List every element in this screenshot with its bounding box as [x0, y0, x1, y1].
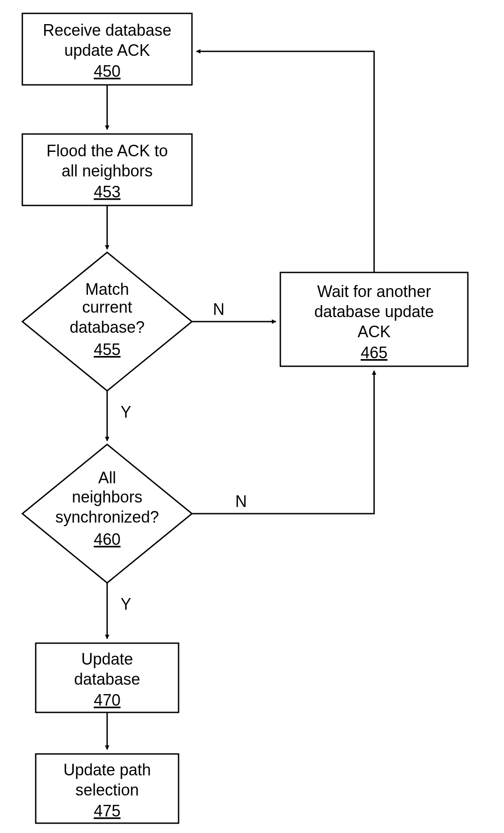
node-465-line3: ACK [358, 322, 391, 341]
node-465: Wait for another database update ACK 465 [280, 272, 468, 366]
label-455-yes: Y [121, 403, 131, 421]
node-450-line2: update ACK [64, 41, 150, 59]
label-460-yes: Y [121, 595, 131, 613]
node-470-num: 470 [94, 691, 121, 709]
node-475-line2: selection [75, 781, 139, 799]
node-455-line1: Match [85, 280, 129, 298]
flowchart: Receive database update ACK 450 Flood th… [0, 0, 504, 833]
node-475: Update path selection 475 [36, 754, 179, 823]
node-453-line2: all neighbors [62, 162, 153, 180]
node-465-num: 465 [361, 343, 387, 362]
node-455: Match current database? 455 [22, 252, 192, 391]
node-475-line1: Update path [63, 761, 151, 779]
node-470: Update database 470 [36, 643, 179, 712]
node-470-line1: Update [81, 650, 133, 668]
arrow-460-465 [192, 371, 374, 514]
node-450-num: 450 [94, 62, 121, 80]
node-453-line1: Flood the ACK to [46, 142, 168, 160]
node-460: All neighbors synchronized? 460 [22, 444, 192, 583]
node-455-line3: database? [70, 318, 145, 336]
node-470-line2: database [74, 670, 140, 688]
node-455-num: 455 [94, 340, 121, 359]
node-475-num: 475 [94, 802, 121, 820]
label-455-no: N [213, 300, 225, 318]
node-453-num: 453 [94, 183, 121, 201]
node-460-num: 460 [94, 530, 121, 548]
node-450-line1: Receive database [43, 21, 171, 39]
node-465-line1: Wait for another [317, 282, 431, 301]
node-455-line2: current [82, 298, 132, 316]
arrow-465-450 [196, 51, 374, 272]
label-460-no: N [235, 492, 247, 511]
node-465-line2: database update [314, 302, 434, 321]
node-460-line1: All [98, 469, 116, 487]
node-450: Receive database update ACK 450 [22, 13, 192, 85]
node-453: Flood the ACK to all neighbors 453 [22, 134, 192, 205]
node-460-line2: neighbors [72, 488, 142, 506]
node-460-line3: synchronized? [55, 508, 159, 526]
